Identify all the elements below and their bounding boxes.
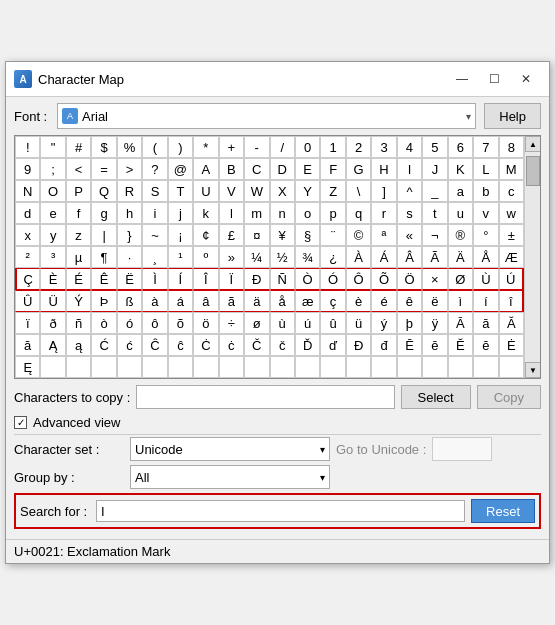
- char-cell[interactable]: ×: [422, 268, 447, 290]
- char-cell[interactable]: ā: [473, 312, 498, 334]
- char-cell[interactable]: O: [40, 180, 65, 202]
- char-cell[interactable]: Ì: [142, 268, 167, 290]
- char-cell[interactable]: Ē: [397, 334, 422, 356]
- char-cell[interactable]: Ñ: [270, 268, 295, 290]
- char-cell[interactable]: B: [219, 158, 244, 180]
- char-cell[interactable]: ;: [40, 158, 65, 180]
- char-cell[interactable]: U: [193, 180, 218, 202]
- maximize-button[interactable]: ☐: [479, 68, 509, 90]
- char-cell[interactable]: s: [397, 202, 422, 224]
- char-cell[interactable]: V: [219, 180, 244, 202]
- char-cell[interactable]: Ĕ: [448, 334, 473, 356]
- char-cell[interactable]: ċ: [219, 334, 244, 356]
- char-cell[interactable]: k: [193, 202, 218, 224]
- char-cell[interactable]: ¹: [168, 246, 193, 268]
- select-button[interactable]: Select: [401, 385, 471, 409]
- char-cell[interactable]: ¨: [320, 224, 345, 246]
- char-cell[interactable]: Ù: [473, 268, 498, 290]
- scroll-thumb[interactable]: [526, 156, 540, 186]
- char-cell[interactable]: ú: [295, 312, 320, 334]
- char-cell[interactable]: y: [40, 224, 65, 246]
- char-cell[interactable]: º: [193, 246, 218, 268]
- char-cell[interactable]: Ę: [15, 356, 40, 378]
- char-cell[interactable]: j: [168, 202, 193, 224]
- char-cell[interactable]: Ď: [295, 334, 320, 356]
- char-cell[interactable]: ä: [244, 290, 269, 312]
- char-cell[interactable]: H: [371, 158, 396, 180]
- char-cell[interactable]: }: [117, 224, 142, 246]
- char-cell[interactable]: ď: [320, 334, 345, 356]
- char-cell[interactable]: @: [168, 158, 193, 180]
- help-button[interactable]: Help: [484, 103, 541, 129]
- char-cell[interactable]: ¬: [422, 224, 447, 246]
- char-cell[interactable]: c: [499, 180, 524, 202]
- char-cell[interactable]: R: [117, 180, 142, 202]
- char-cell[interactable]: b: [473, 180, 498, 202]
- char-cell[interactable]: A: [193, 158, 218, 180]
- char-cell[interactable]: r: [371, 202, 396, 224]
- char-cell[interactable]: ñ: [66, 312, 91, 334]
- char-cell[interactable]: ê: [397, 290, 422, 312]
- char-cell[interactable]: L: [473, 158, 498, 180]
- char-cell[interactable]: ¡: [168, 224, 193, 246]
- scrollbar[interactable]: ▲ ▼: [524, 136, 540, 378]
- copy-button[interactable]: Copy: [477, 385, 541, 409]
- char-cell[interactable]: ø: [244, 312, 269, 334]
- char-cell[interactable]: e: [40, 202, 65, 224]
- char-cell[interactable]: õ: [168, 312, 193, 334]
- char-cell[interactable]: 1: [320, 136, 345, 158]
- char-cell[interactable]: Â: [397, 246, 422, 268]
- char-cell[interactable]: Ï: [219, 268, 244, 290]
- char-cell[interactable]: ÷: [219, 312, 244, 334]
- char-cell[interactable]: q: [346, 202, 371, 224]
- char-cell[interactable]: ì: [448, 290, 473, 312]
- goto-unicode-input[interactable]: [432, 437, 492, 461]
- char-cell[interactable]: «: [397, 224, 422, 246]
- char-cell[interactable]: č: [270, 334, 295, 356]
- char-cell[interactable]: Ă: [499, 312, 524, 334]
- char-cell[interactable]: â: [193, 290, 218, 312]
- char-cell[interactable]: î: [499, 290, 524, 312]
- char-cell[interactable]: p: [320, 202, 345, 224]
- search-input[interactable]: [96, 500, 465, 522]
- character-set-dropdown[interactable]: Unicode ▾: [130, 437, 330, 461]
- char-cell[interactable]: Þ: [91, 290, 116, 312]
- char-cell[interactable]: Ê: [91, 268, 116, 290]
- char-cell[interactable]: Y: [295, 180, 320, 202]
- char-cell[interactable]: (: [142, 136, 167, 158]
- close-button[interactable]: ✕: [511, 68, 541, 90]
- char-cell[interactable]: i: [142, 202, 167, 224]
- char-cell[interactable]: ò: [91, 312, 116, 334]
- char-cell[interactable]: K: [448, 158, 473, 180]
- char-cell[interactable]: Ë: [117, 268, 142, 290]
- char-cell[interactable]: ¢: [193, 224, 218, 246]
- char-cell[interactable]: ü: [346, 312, 371, 334]
- char-cell[interactable]: ï: [15, 312, 40, 334]
- char-cell[interactable]: 0: [295, 136, 320, 158]
- char-cell[interactable]: Ô: [346, 268, 371, 290]
- char-cell[interactable]: »: [219, 246, 244, 268]
- char-cell[interactable]: >: [117, 158, 142, 180]
- char-cell[interactable]: ô: [142, 312, 167, 334]
- char-cell[interactable]: a: [448, 180, 473, 202]
- char-cell[interactable]: ã: [219, 290, 244, 312]
- char-cell[interactable]: d: [15, 202, 40, 224]
- char-cell[interactable]: í: [473, 290, 498, 312]
- char-cell[interactable]: ē: [422, 334, 447, 356]
- char-cell[interactable]: w: [499, 202, 524, 224]
- char-cell[interactable]: <: [66, 158, 91, 180]
- char-cell[interactable]: ¸: [142, 246, 167, 268]
- char-cell[interactable]: 3: [371, 136, 396, 158]
- char-cell[interactable]: à: [142, 290, 167, 312]
- char-cell[interactable]: £: [219, 224, 244, 246]
- char-cell[interactable]: +: [219, 136, 244, 158]
- char-cell[interactable]: $: [91, 136, 116, 158]
- char-cell[interactable]: ĕ: [473, 334, 498, 356]
- char-cell[interactable]: á: [168, 290, 193, 312]
- char-cell[interactable]: ?: [142, 158, 167, 180]
- reset-button[interactable]: Reset: [471, 499, 535, 523]
- char-cell[interactable]: ¿: [320, 246, 345, 268]
- char-cell[interactable]: /: [270, 136, 295, 158]
- char-cell[interactable]: Ė: [499, 334, 524, 356]
- char-cell[interactable]: l: [219, 202, 244, 224]
